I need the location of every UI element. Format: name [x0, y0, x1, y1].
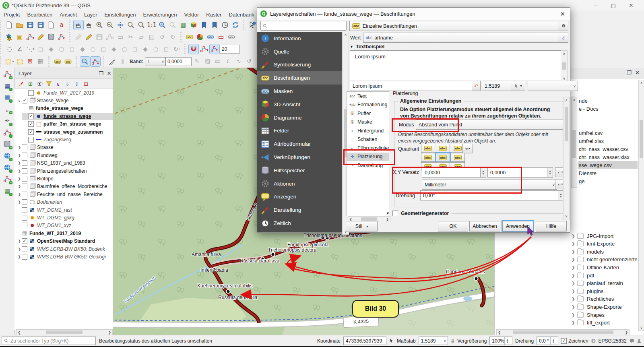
layer-checkbox[interactable] — [22, 223, 27, 228]
layer-item-puffer_3m_strasse_wege[interactable]: ✓puffer_3m_strasse_wege — [14, 120, 113, 128]
layer-item-Strasse[interactable]: ❯Strasse — [14, 144, 113, 151]
pan-map-icon[interactable] — [74, 20, 83, 30]
vector-tile-icon[interactable]: + — [2, 174, 12, 184]
quadrant-data-define-button[interactable]: ⇐▾ — [462, 144, 473, 153]
minimize-button[interactable]: – — [587, 0, 605, 10]
expander-icon[interactable]: ❯ — [17, 200, 22, 204]
layer-checkbox[interactable] — [22, 215, 27, 221]
layer-labeling-icon[interactable]: abc — [185, 32, 194, 42]
dialog-tab-diagramme[interactable]: Diagramme — [257, 111, 342, 124]
layer-item-Feuchte_und_nasse_Bereiche[interactable]: ❯Feuchte_und_nasse_Bereiche — [14, 190, 113, 198]
new-shapefile-icon[interactable] — [25, 32, 35, 42]
modus-combo[interactable]: Abstand vom Punkt — [416, 120, 567, 130]
pin-labels-icon[interactable]: abc — [206, 32, 215, 42]
layer-checkbox[interactable] — [22, 207, 27, 213]
zoom-native-icon[interactable]: 1:1 — [147, 20, 157, 30]
layer-checkbox[interactable]: ✓ — [28, 114, 34, 119]
quadrant-button-3[interactable]: abc — [421, 153, 435, 162]
layer-item-WT_DGM1_gpkg[interactable]: WT_DGM1_gpkg — [14, 214, 113, 221]
browser-folder-planlauf_terrain[interactable]: ❯planlauf_terrain — [572, 280, 623, 287]
layer-item-WMS LGRB-BW BK50: Bodenk[interactable]: ❯WMS LGRB-BW BK50: Bodenk — [14, 245, 113, 253]
preview-vscrollbar[interactable]: ∧∨ — [561, 50, 568, 82]
float-panel-icon[interactable]: ❐ — [627, 70, 632, 76]
dialog-search-input[interactable] — [260, 21, 347, 31]
new-bookmark-icon[interactable] — [199, 20, 209, 30]
settings-tab-hintergrund[interactable]: ◐Hintergrund — [347, 126, 389, 135]
dialog-tab-felder[interactable]: Felder — [257, 124, 342, 138]
browser-folder-pdf[interactable]: ❯pdf — [572, 272, 594, 279]
dialog-tab-anzeigen[interactable]: Anzeigen — [257, 190, 342, 204]
layer-diagram-icon[interactable] — [195, 32, 205, 42]
layer-checkbox[interactable]: ✓ — [22, 98, 27, 103]
open-layer-styling-icon[interactable] — [17, 80, 25, 88]
layer-checkbox[interactable] — [22, 199, 27, 205]
pane-vscrollbar[interactable]: ∧∨ — [563, 97, 570, 219]
expander-icon[interactable]: ❯ — [17, 184, 22, 188]
browser-folder-Offline-Karten[interactable]: ❯Offline-Karten — [572, 264, 619, 271]
layer-checkbox[interactable] — [22, 153, 27, 158]
new-polygon-icon[interactable]: + — [2, 128, 12, 137]
dialog-tab-hilfsspeicher[interactable]: Hilfsspeicher — [257, 164, 342, 177]
layer-panel-hscrollbar[interactable]: ❮❯ — [16, 329, 113, 335]
zoom-to-found-icon[interactable] — [80, 57, 90, 66]
enable-snapping-icon[interactable] — [189, 44, 198, 54]
browser-folder-Shapes[interactable]: ❯Shapes — [572, 311, 605, 318]
band-offset[interactable]: 0,0000 — [165, 57, 192, 66]
raster-dropper-icon[interactable] — [107, 57, 117, 66]
geometry-generator-section[interactable]: ▼ Geometriegenerator — [386, 211, 565, 216]
style-manager-icon[interactable]: a — [57, 20, 66, 30]
maximize-button[interactable]: ▢ — [605, 0, 622, 10]
layer-checkbox[interactable] — [22, 168, 27, 174]
offset-y-spinner[interactable]: ▲▼ — [547, 167, 553, 178]
layer-item-Biotope[interactable]: ❯Biotope — [14, 175, 113, 182]
menu-projekt[interactable]: Projekt — [0, 11, 23, 19]
zoom-out-icon[interactable] — [105, 20, 115, 30]
layer-item-NSG_1937_und_1983[interactable]: ❯NSG_1937_und_1983 — [14, 159, 113, 167]
pan-to-selection-icon[interactable] — [84, 20, 94, 30]
vergroesserung-spinbox[interactable]: 100%▲▼ — [489, 337, 512, 345]
browser-folder-kml-Exporte[interactable]: ❯kml-Exporte — [572, 240, 615, 248]
quadrant-button-5[interactable]: abc — [451, 153, 465, 162]
layer-item-WT_DGM1_xyz[interactable]: WT_DGM1_xyz — [14, 222, 113, 229]
browser-folder-Shape-Exporte[interactable]: ❯Shape-Exporte — [572, 303, 622, 310]
dialog-tab-zeitlich[interactable]: Zeitlich — [257, 217, 342, 230]
layer-checkbox[interactable]: ✓ — [28, 121, 34, 127]
expander-icon[interactable]: ❯ — [17, 145, 22, 149]
layer-item-funde_strasse_wege[interactable]: ✓funde_strasse_wege — [14, 112, 113, 120]
select-all-icon[interactable]: ▦ — [36, 57, 45, 66]
new-project-icon[interactable] — [4, 20, 14, 30]
layer-checkbox[interactable] — [22, 192, 27, 197]
browser-folder-JPG-Import[interactable]: ❯JPG-Import — [572, 232, 613, 240]
anwenden-button[interactable]: Anwenden — [502, 221, 533, 231]
dialog-close-icon[interactable]: ✕ — [560, 10, 565, 18]
layer-item-Pflanzengesellschaften[interactable]: ❯Pflanzengesellschaften — [14, 167, 113, 175]
browser-item[interactable]: umfrei.csv — [579, 129, 603, 136]
expander-icon[interactable]: ❯ — [17, 177, 22, 181]
snap-tolerance[interactable]: 20 — [220, 45, 240, 54]
zeichnen-checkbox[interactable]: ✓Zeichnen — [561, 338, 588, 344]
layer-checkbox[interactable] — [22, 160, 27, 166]
menu-einstellungen[interactable]: Einstellungen — [101, 11, 140, 19]
deselect-all-icon[interactable]: ⊠ — [25, 57, 35, 66]
menu-erweiterungen[interactable]: Erweiterungen — [140, 11, 181, 19]
label-options-icon[interactable]: abc — [227, 32, 236, 42]
layer-item-funde_strasse_wege[interactable]: funde_strasse_wege — [14, 105, 113, 112]
stil-button[interactable]: Stil▾ — [346, 221, 378, 231]
unit-combo[interactable]: Millimeter — [422, 180, 557, 190]
dialog-tab-aktionen[interactable]: Aktionen — [257, 177, 342, 190]
new-virtual-layer-icon[interactable] — [57, 32, 66, 42]
layer-item-Zugangsweg[interactable]: Zugangsweg — [14, 136, 113, 143]
show-bookmarks-icon[interactable] — [210, 20, 219, 30]
layer-checkbox[interactable] — [22, 145, 27, 150]
browser-item[interactable]: cht_nass_wasser.xlsx — [579, 153, 630, 161]
offset-x-spinbox[interactable]: 0,0000 — [422, 167, 486, 178]
move-label-icon[interactable]: abc — [53, 57, 62, 66]
close-button[interactable]: ✕ — [622, 0, 640, 10]
layer-item-Rundweg[interactable]: ❯Rundweg — [14, 151, 113, 159]
expander-icon[interactable]: ❯ — [17, 239, 22, 243]
dialog-tab-quelle[interactable]: Quelle — [257, 45, 342, 58]
abbrechen-button[interactable]: Abbrechen — [469, 221, 500, 231]
layer-checkbox[interactable] — [28, 137, 34, 143]
wert-combo[interactable]: abcartname — [363, 33, 567, 43]
wms-icon[interactable]: + — [2, 163, 12, 172]
